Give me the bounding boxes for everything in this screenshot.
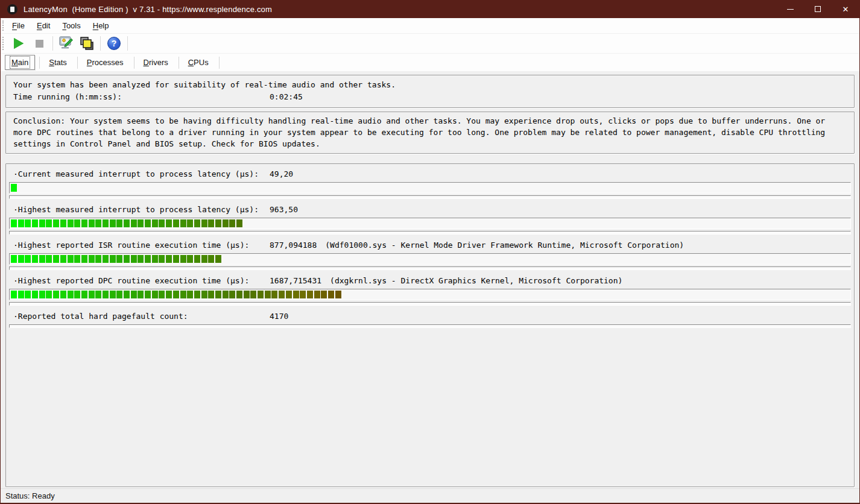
bar-groove	[9, 195, 851, 199]
latency-bar-segment	[236, 291, 242, 298]
latency-bar-segment	[46, 255, 52, 263]
minimize-icon	[787, 9, 794, 10]
latency-bar-segment	[60, 255, 66, 263]
menubar-gripper[interactable]	[2, 20, 4, 31]
latency-bar-segment	[53, 291, 59, 298]
latency-bar-segment	[25, 291, 31, 298]
help-button[interactable]: ?	[105, 35, 123, 52]
latency-bar-segment	[145, 219, 151, 227]
latency-bar-segment	[46, 291, 52, 298]
maximize-icon	[815, 6, 821, 12]
latency-bar-segment	[81, 255, 87, 263]
latency-bar-segment	[131, 291, 137, 298]
latency-bar-segment	[145, 291, 151, 298]
toolbar: ?	[1, 34, 859, 54]
tab-label: Drivers	[144, 58, 168, 67]
measurement-line: ·Reported total hard pagefault count:417…	[6, 311, 854, 322]
latency-bar-segment	[307, 291, 313, 298]
latency-bar-segment	[110, 255, 116, 263]
latency-bar-segment	[258, 291, 264, 298]
conclusion-panel: Conclusion: Your system seems to be havi…	[5, 112, 855, 154]
window-controls: ✕	[776, 0, 859, 18]
options-button[interactable]	[57, 35, 75, 52]
latency-bar-segment	[145, 255, 151, 263]
latency-bar-segment	[18, 255, 24, 263]
menu-item-help[interactable]: Help	[87, 19, 115, 32]
latency-bar-segment	[68, 291, 74, 298]
latency-bar-segment	[39, 219, 45, 227]
latency-bar-segment	[74, 255, 80, 263]
bar-groove	[9, 266, 851, 270]
latency-bar-segment	[89, 291, 95, 298]
maximize-button[interactable]	[804, 0, 832, 18]
time-running-label: Time running (h:mm:ss):	[13, 91, 270, 103]
latency-bar-segment	[250, 291, 256, 298]
start-monitor-button[interactable]	[10, 35, 28, 52]
latency-bar-segment	[74, 291, 80, 298]
menu-bar: FileEditToolsHelp	[1, 18, 859, 34]
latency-bar-segment	[11, 255, 17, 263]
copy-report-button[interactable]	[78, 35, 96, 52]
latency-bar-segment	[208, 219, 214, 227]
latency-bar	[9, 218, 851, 229]
measurement-row: ·Current measured interrupt to process l…	[6, 169, 854, 199]
latency-bar-segment	[131, 219, 137, 227]
tab-main[interactable]: Main	[5, 55, 35, 70]
latency-bar-segment	[103, 291, 109, 298]
toolbar-separator	[127, 36, 128, 51]
latency-bar-segment	[60, 291, 66, 298]
measurement-row: ·Highest reported ISR routine execution …	[6, 240, 854, 270]
latency-bar-segment	[286, 291, 292, 298]
tab-bar: MainStatsProcessesDriversCPUs	[1, 54, 859, 71]
app-icon	[7, 4, 17, 14]
bar-groove	[9, 302, 851, 306]
latency-bar-segment	[25, 255, 31, 263]
tab-separator	[39, 57, 40, 69]
latency-bar-segment	[152, 291, 158, 298]
latency-bar-segment	[314, 291, 320, 298]
latency-bar-segment	[18, 291, 24, 298]
latency-bar-segment	[32, 255, 38, 263]
latency-bar-segment	[11, 184, 17, 192]
minimize-button[interactable]	[776, 0, 804, 18]
tab-separator	[134, 57, 134, 69]
analysis-panel: Your system has been analyzed for suitab…	[5, 75, 855, 108]
toolbar-gripper[interactable]	[2, 37, 4, 50]
latency-bar-segment	[300, 291, 306, 298]
latency-bar-segment	[279, 291, 285, 298]
menu-item-file[interactable]: File	[6, 19, 31, 32]
latency-bar-segment	[60, 219, 66, 227]
measurement-value: 877,094188	[270, 241, 317, 250]
tab-cpus[interactable]: CPUs	[182, 55, 215, 69]
close-button[interactable]: ✕	[832, 0, 859, 18]
measurement-label: ·Highest reported DPC routine execution …	[13, 276, 270, 286]
menu-item-edit[interactable]: Edit	[31, 19, 56, 32]
latency-bar-segment	[194, 255, 200, 263]
measurement-value: 1687,715431	[270, 276, 321, 285]
latency-bar-segment	[81, 219, 87, 227]
latency-bar-segment	[166, 255, 172, 263]
latency-bar-segment	[53, 255, 59, 263]
latency-bar-segment	[138, 219, 144, 227]
tab-stats[interactable]: Stats	[43, 55, 73, 69]
latency-bar-segment	[215, 255, 221, 263]
tab-processes[interactable]: Processes	[81, 55, 130, 69]
menu-item-tools[interactable]: Tools	[56, 19, 86, 32]
latency-bar-segment	[180, 255, 186, 263]
latency-bar-segment	[138, 255, 144, 263]
tab-items: MainStatsProcessesDriversCPUs	[5, 55, 223, 70]
measurement-line: ·Highest reported ISR routine execution …	[6, 240, 854, 251]
latency-bar-segment	[201, 219, 207, 227]
latency-bar	[9, 253, 851, 265]
latency-bar-segment	[39, 255, 45, 263]
latency-bar-segment	[187, 255, 193, 263]
latency-bar-segment	[131, 255, 137, 263]
status-text: Status: Ready	[5, 491, 55, 500]
latency-bar-segment	[194, 291, 200, 298]
help-icon: ?	[107, 37, 121, 50]
latency-bar-segment	[271, 291, 277, 298]
latency-bar-segment	[103, 255, 109, 263]
tab-drivers[interactable]: Drivers	[138, 55, 174, 69]
measurement-label: ·Current measured interrupt to process l…	[13, 169, 270, 180]
latency-bar-segment	[116, 255, 122, 263]
